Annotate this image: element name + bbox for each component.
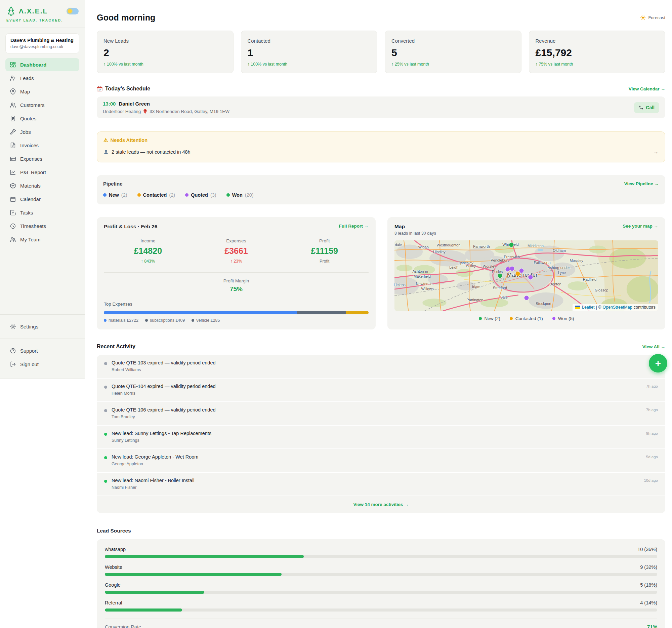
stage-dot xyxy=(226,193,230,197)
ukraine-flag-icon xyxy=(575,306,580,309)
sidebar-item-label: Dashboard xyxy=(20,62,46,68)
call-button[interactable]: Call xyxy=(634,102,659,113)
lead-marker[interactable] xyxy=(519,269,524,273)
progress-fill xyxy=(105,591,204,594)
map-town-label: Newton-le- xyxy=(416,282,434,286)
pnl-expenses-block: Expenses £3661 ↑ 23% xyxy=(192,238,281,263)
pipeline-stage-won[interactable]: Won (20) xyxy=(226,192,254,198)
activity-timestamp: 10d ago xyxy=(644,478,658,483)
sidebar-item-customers[interactable]: Customers xyxy=(5,98,79,112)
activity-row[interactable]: New lead: George Appleton - Wet RoomGeor… xyxy=(97,449,665,473)
map-town-label: Glossop xyxy=(595,288,608,292)
leaflet-link[interactable]: Leaflet xyxy=(582,305,595,310)
activity-row[interactable]: New lead: Naomi Fisher - Boiler InstallN… xyxy=(97,473,665,496)
sidebar-item-calendar[interactable]: Calendar xyxy=(5,193,79,206)
map-town-label: Worsley xyxy=(483,264,496,268)
sidebar-item-pl-report[interactable]: P&L Report xyxy=(5,166,79,179)
profit-margin-block: Profit Margin 75% xyxy=(104,278,368,293)
bar-segment-materials xyxy=(104,311,297,314)
map-town-label: Partington xyxy=(466,298,483,302)
map-town-label: Sale xyxy=(500,295,508,299)
activity-row[interactable]: New lead: Sunny Lettings - Tap Replaceme… xyxy=(97,426,665,449)
sidebar-item-my-team[interactable]: My Team xyxy=(5,233,79,246)
stat-card-revenue[interactable]: Revenue £15,792 ↑ 75% vs last month xyxy=(529,30,666,73)
app-tagline: EVERY LEAD. TRACKED. xyxy=(6,19,80,22)
activity-row[interactable]: Quote QTE-104 expired — validity period … xyxy=(97,378,665,402)
progress-track xyxy=(105,591,657,594)
leaflet-map[interactable]: daleWiganWesthoughtonFarnworthWhitefield… xyxy=(394,240,658,311)
sidebar-item-invoices[interactable]: Invoices xyxy=(5,139,79,152)
legend-item-vehicle: vehicle £285 xyxy=(192,318,220,323)
sidebar-item-expenses[interactable]: Expenses xyxy=(5,152,79,165)
needs-attention-card: ⚠ Needs Attention 2 stale leads — not co… xyxy=(97,132,665,162)
stat-card-new-leads[interactable]: New Leads 2 ↑ 100% vs last month xyxy=(97,30,234,73)
legend-item-subscriptions: subscriptions £409 xyxy=(145,318,185,323)
sidebar-item-materials[interactable]: Materials xyxy=(5,179,79,192)
view-all-link[interactable]: View All → xyxy=(643,344,665,349)
quote-document-icon xyxy=(10,115,16,122)
company-name: Dave's Plumbing & Heating xyxy=(10,38,74,43)
dashboard-icon xyxy=(10,62,16,68)
sidebar-item-quotes[interactable]: Quotes xyxy=(5,112,79,125)
sidebar-item-timesheets[interactable]: Timesheets xyxy=(5,219,79,233)
appointment-job: Underfloor Heating xyxy=(103,109,141,114)
map-town-label: Ashton-under- xyxy=(548,265,571,270)
activity-timestamp: 9h ago xyxy=(646,431,658,435)
view-pipeline-link[interactable]: View Pipeline → xyxy=(624,181,659,186)
divider xyxy=(0,28,85,28)
lead-sources-card: whatsapp10 (36%) Website9 (32%) Google5 … xyxy=(97,539,665,628)
stale-leads-message: 2 stale leads — not contacted in 48h xyxy=(112,149,191,155)
logo-row: Λ.X.E.L xyxy=(5,6,80,16)
see-your-map-link[interactable]: See your map → xyxy=(623,224,658,229)
stale-leads-row[interactable]: 2 stale leads — not contacted in 48h → xyxy=(103,149,658,155)
stat-card-converted[interactable]: Converted 5 ↑ 25% vs last month xyxy=(385,30,522,73)
sidebar-item-map[interactable]: Map xyxy=(5,85,79,98)
activity-row[interactable]: Quote QTE-106 expired — validity period … xyxy=(97,402,665,426)
schedule-title: Today's Schedule xyxy=(105,86,150,92)
map-subtitle: 8 leads in last 30 days xyxy=(394,231,436,236)
appointment-address: 33 Northenden Road, Gatley, M19 1EW xyxy=(149,109,230,114)
sidebar-item-jobs[interactable]: Jobs xyxy=(5,125,79,139)
sidebar-item-tasks[interactable]: Tasks xyxy=(5,206,79,219)
profit-sub: Profit xyxy=(280,259,368,263)
lead-marker[interactable] xyxy=(498,274,502,278)
lead-marker[interactable] xyxy=(510,266,514,271)
map-town-label: Ashton-in- xyxy=(412,269,429,273)
full-report-link[interactable]: Full Report → xyxy=(339,224,369,229)
stat-value: £15,792 xyxy=(535,47,659,59)
view-more-activities-link[interactable]: View 14 more activities → xyxy=(354,502,409,507)
lead-marker[interactable] xyxy=(505,267,510,272)
stat-value: 1 xyxy=(248,47,371,59)
progress-fill xyxy=(105,573,282,576)
lead-marker[interactable] xyxy=(524,296,529,300)
line-chart-icon xyxy=(10,169,16,176)
call-button-label: Call xyxy=(646,105,654,110)
stat-card-contacted[interactable]: Contacted 1 ↑ 100% vs last month xyxy=(241,30,378,73)
activity-row[interactable]: Quote QTE-103 expired — validity period … xyxy=(97,355,665,378)
check-square-icon xyxy=(10,209,16,216)
lead-marker[interactable] xyxy=(529,275,533,280)
source-row-google: Google5 (18%) xyxy=(105,582,657,594)
pipeline-stage-contacted[interactable]: Contacted (2) xyxy=(138,192,175,198)
pine-tree-logo-icon xyxy=(6,6,16,16)
schedule-item[interactable]: 13:00 Daniel Green Underfloor Heating 33… xyxy=(97,96,665,118)
lead-marker[interactable] xyxy=(509,242,513,247)
pipeline-stage-new[interactable]: New (2) xyxy=(103,192,127,198)
sidebar-item-settings[interactable]: Settings xyxy=(5,320,79,333)
map-town-label: Denton xyxy=(549,282,561,286)
sidebar-item-support[interactable]: Support xyxy=(5,344,79,357)
add-button[interactable]: + xyxy=(649,354,667,372)
osm-link[interactable]: OpenStreetMap xyxy=(602,305,632,310)
forecast-button[interactable]: Forecast xyxy=(640,15,665,21)
sidebar-item-leads[interactable]: Leads xyxy=(5,72,79,85)
pipeline-stage-quoted[interactable]: Quoted (3) xyxy=(185,192,216,198)
sidebar-item-dashboard[interactable]: Dashboard xyxy=(5,58,79,71)
user-card[interactable]: Dave's Plumbing & Heating dave@davesplum… xyxy=(5,33,79,53)
arrow-right-icon[interactable]: → xyxy=(653,149,658,155)
sidebar-item-label: Calendar xyxy=(20,196,41,202)
view-calendar-link[interactable]: View Calendar → xyxy=(629,86,665,91)
sidebar-item-label: P&L Report xyxy=(20,169,46,175)
sidebar-item-signout[interactable]: Sign out xyxy=(5,358,79,371)
theme-toggle[interactable] xyxy=(67,8,79,15)
map-pin-icon xyxy=(10,88,16,95)
